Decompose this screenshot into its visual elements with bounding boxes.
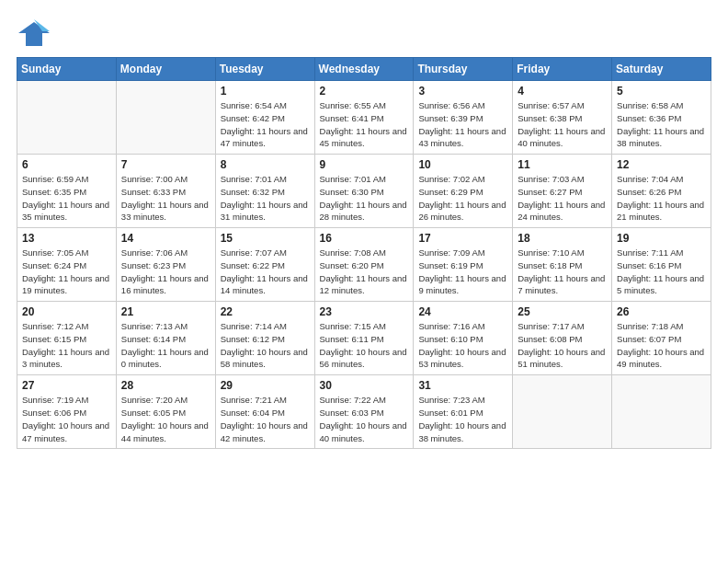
day-number: 18 <box>518 232 607 245</box>
weekday-header: Monday <box>116 58 215 81</box>
calendar-cell: 18Sunrise: 7:10 AM Sunset: 6:18 PM Dayli… <box>513 228 612 302</box>
weekday-header: Thursday <box>414 58 513 81</box>
day-info: Sunrise: 6:58 AM Sunset: 6:36 PM Dayligh… <box>617 99 706 150</box>
day-number: 1 <box>221 85 310 98</box>
day-number: 30 <box>320 379 409 392</box>
weekday-header: Saturday <box>612 58 711 81</box>
day-number: 19 <box>617 232 706 245</box>
calendar-cell: 14Sunrise: 7:06 AM Sunset: 6:23 PM Dayli… <box>116 228 215 302</box>
day-number: 24 <box>418 305 507 318</box>
day-info: Sunrise: 7:07 AM Sunset: 6:22 PM Dayligh… <box>221 247 310 297</box>
day-number: 3 <box>418 85 507 98</box>
day-number: 13 <box>22 232 111 245</box>
day-number: 29 <box>221 379 310 392</box>
calendar: SundayMondayTuesdayWednesdayThursdayFrid… <box>17 57 711 449</box>
day-info: Sunrise: 7:09 AM Sunset: 6:19 PM Dayligh… <box>418 247 507 297</box>
day-info: Sunrise: 6:55 AM Sunset: 6:41 PM Dayligh… <box>320 99 409 150</box>
day-info: Sunrise: 7:01 AM Sunset: 6:30 PM Dayligh… <box>320 173 409 224</box>
day-number: 28 <box>121 379 210 392</box>
calendar-cell: 17Sunrise: 7:09 AM Sunset: 6:19 PM Dayli… <box>414 228 513 302</box>
day-info: Sunrise: 6:59 AM Sunset: 6:35 PM Dayligh… <box>22 173 111 224</box>
calendar-cell: 16Sunrise: 7:08 AM Sunset: 6:20 PM Dayli… <box>314 228 414 302</box>
calendar-cell: 21Sunrise: 7:13 AM Sunset: 6:14 PM Dayli… <box>116 302 215 375</box>
svg-marker-0 <box>18 22 50 46</box>
day-number: 5 <box>617 85 706 98</box>
calendar-cell: 30Sunrise: 7:22 AM Sunset: 6:03 PM Dayli… <box>314 375 414 449</box>
day-number: 27 <box>22 379 111 392</box>
calendar-header-row: SundayMondayTuesdayWednesdayThursdayFrid… <box>17 58 711 81</box>
day-number: 20 <box>22 305 111 318</box>
day-number: 16 <box>320 232 409 245</box>
calendar-cell: 31Sunrise: 7:23 AM Sunset: 6:01 PM Dayli… <box>414 375 513 449</box>
day-info: Sunrise: 7:18 AM Sunset: 6:07 PM Dayligh… <box>617 320 706 371</box>
calendar-cell <box>612 375 711 449</box>
calendar-cell <box>116 81 215 155</box>
day-info: Sunrise: 7:04 AM Sunset: 6:26 PM Dayligh… <box>617 173 706 224</box>
calendar-cell: 26Sunrise: 7:18 AM Sunset: 6:07 PM Dayli… <box>612 302 711 375</box>
day-number: 9 <box>320 158 409 171</box>
day-number: 26 <box>617 305 706 318</box>
day-number: 2 <box>320 85 409 98</box>
calendar-cell: 12Sunrise: 7:04 AM Sunset: 6:26 PM Dayli… <box>612 155 711 228</box>
calendar-cell: 11Sunrise: 7:03 AM Sunset: 6:27 PM Dayli… <box>513 155 612 228</box>
calendar-week-row: 20Sunrise: 7:12 AM Sunset: 6:15 PM Dayli… <box>17 302 711 375</box>
day-number: 14 <box>121 232 210 245</box>
day-number: 11 <box>518 158 607 171</box>
logo-bird-icon <box>17 17 51 52</box>
day-number: 17 <box>418 232 507 245</box>
calendar-cell: 2Sunrise: 6:55 AM Sunset: 6:41 PM Daylig… <box>314 81 414 155</box>
calendar-cell <box>17 81 117 155</box>
day-info: Sunrise: 7:14 AM Sunset: 6:12 PM Dayligh… <box>221 320 310 371</box>
calendar-cell: 19Sunrise: 7:11 AM Sunset: 6:16 PM Dayli… <box>612 228 711 302</box>
day-number: 6 <box>22 158 111 171</box>
calendar-cell: 5Sunrise: 6:58 AM Sunset: 6:36 PM Daylig… <box>612 81 711 155</box>
calendar-cell: 4Sunrise: 6:57 AM Sunset: 6:38 PM Daylig… <box>513 81 612 155</box>
day-number: 15 <box>221 232 310 245</box>
calendar-cell: 7Sunrise: 7:00 AM Sunset: 6:33 PM Daylig… <box>116 155 215 228</box>
day-number: 12 <box>617 158 706 171</box>
calendar-cell: 22Sunrise: 7:14 AM Sunset: 6:12 PM Dayli… <box>215 302 314 375</box>
calendar-week-row: 27Sunrise: 7:19 AM Sunset: 6:06 PM Dayli… <box>17 375 711 449</box>
calendar-cell: 28Sunrise: 7:20 AM Sunset: 6:05 PM Dayli… <box>116 375 215 449</box>
day-number: 23 <box>320 305 409 318</box>
day-info: Sunrise: 7:22 AM Sunset: 6:03 PM Dayligh… <box>320 394 409 444</box>
day-info: Sunrise: 6:56 AM Sunset: 6:39 PM Dayligh… <box>418 99 507 150</box>
weekday-header: Tuesday <box>215 58 314 81</box>
day-info: Sunrise: 7:11 AM Sunset: 6:16 PM Dayligh… <box>617 247 706 297</box>
day-info: Sunrise: 6:54 AM Sunset: 6:42 PM Dayligh… <box>221 99 310 150</box>
day-info: Sunrise: 7:15 AM Sunset: 6:11 PM Dayligh… <box>320 320 409 371</box>
day-info: Sunrise: 7:01 AM Sunset: 6:32 PM Dayligh… <box>221 173 310 224</box>
day-info: Sunrise: 7:02 AM Sunset: 6:29 PM Dayligh… <box>418 173 507 224</box>
calendar-cell <box>513 375 612 449</box>
day-number: 25 <box>518 305 607 318</box>
day-info: Sunrise: 7:16 AM Sunset: 6:10 PM Dayligh… <box>418 320 507 371</box>
weekday-header: Sunday <box>17 58 117 81</box>
calendar-cell: 24Sunrise: 7:16 AM Sunset: 6:10 PM Dayli… <box>414 302 513 375</box>
weekday-header: Friday <box>513 58 612 81</box>
calendar-cell: 8Sunrise: 7:01 AM Sunset: 6:32 PM Daylig… <box>215 155 314 228</box>
calendar-cell: 13Sunrise: 7:05 AM Sunset: 6:24 PM Dayli… <box>17 228 117 302</box>
day-number: 8 <box>221 158 310 171</box>
day-number: 31 <box>418 379 507 392</box>
calendar-cell: 25Sunrise: 7:17 AM Sunset: 6:08 PM Dayli… <box>513 302 612 375</box>
day-number: 10 <box>418 158 507 171</box>
day-info: Sunrise: 6:57 AM Sunset: 6:38 PM Dayligh… <box>518 99 607 150</box>
day-info: Sunrise: 7:05 AM Sunset: 6:24 PM Dayligh… <box>22 247 111 297</box>
day-info: Sunrise: 7:20 AM Sunset: 6:05 PM Dayligh… <box>121 394 210 444</box>
calendar-cell: 9Sunrise: 7:01 AM Sunset: 6:30 PM Daylig… <box>314 155 414 228</box>
day-number: 4 <box>518 85 607 98</box>
day-info: Sunrise: 7:23 AM Sunset: 6:01 PM Dayligh… <box>418 394 507 444</box>
calendar-cell: 1Sunrise: 6:54 AM Sunset: 6:42 PM Daylig… <box>215 81 314 155</box>
calendar-cell: 10Sunrise: 7:02 AM Sunset: 6:29 PM Dayli… <box>414 155 513 228</box>
calendar-week-row: 1Sunrise: 6:54 AM Sunset: 6:42 PM Daylig… <box>17 81 711 155</box>
calendar-cell: 3Sunrise: 6:56 AM Sunset: 6:39 PM Daylig… <box>414 81 513 155</box>
day-info: Sunrise: 7:21 AM Sunset: 6:04 PM Dayligh… <box>221 394 310 444</box>
day-number: 7 <box>121 158 210 171</box>
calendar-week-row: 6Sunrise: 6:59 AM Sunset: 6:35 PM Daylig… <box>17 155 711 228</box>
day-info: Sunrise: 7:19 AM Sunset: 6:06 PM Dayligh… <box>22 394 111 444</box>
day-info: Sunrise: 7:03 AM Sunset: 6:27 PM Dayligh… <box>518 173 607 224</box>
page: SundayMondayTuesdayWednesdayThursdayFrid… <box>0 0 728 563</box>
calendar-week-row: 13Sunrise: 7:05 AM Sunset: 6:24 PM Dayli… <box>17 228 711 302</box>
logo <box>17 17 51 52</box>
header <box>17 17 711 52</box>
